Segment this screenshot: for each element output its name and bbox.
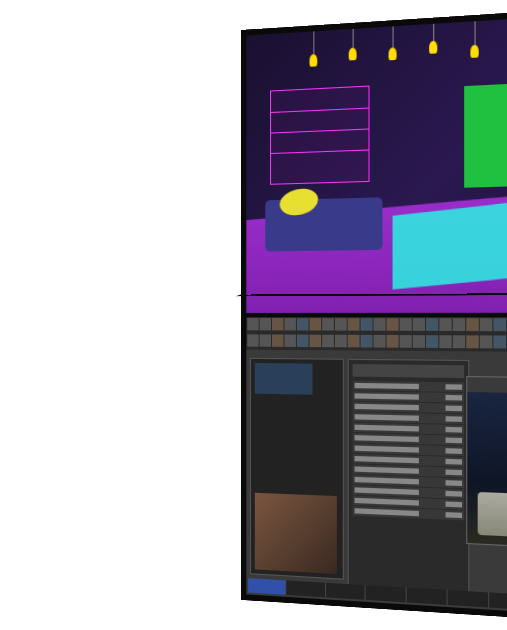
toolbar-button[interactable] xyxy=(452,318,464,331)
pendant-bulbs xyxy=(246,9,507,35)
render-setup-dialog[interactable] xyxy=(347,359,469,596)
toolbar-button[interactable] xyxy=(296,335,308,347)
3dsmax-interface xyxy=(246,317,507,621)
toolbar-button[interactable] xyxy=(347,318,359,331)
toolbar-button[interactable] xyxy=(360,335,372,348)
toolbar-button[interactable] xyxy=(373,335,385,348)
toolbar-button[interactable] xyxy=(247,334,258,346)
3d-scene xyxy=(246,9,507,313)
timeline-segment[interactable] xyxy=(325,583,365,600)
timeline-segment[interactable] xyxy=(447,590,489,608)
main-toolbar xyxy=(246,317,507,335)
toolbar-button[interactable] xyxy=(399,318,411,331)
timeline-segment[interactable] xyxy=(286,580,325,597)
dialog-title xyxy=(352,364,464,378)
toolbar-button[interactable] xyxy=(466,318,479,331)
toolbar-button[interactable] xyxy=(347,335,359,348)
material-editor-panel[interactable] xyxy=(250,358,344,580)
timeline-segment[interactable] xyxy=(248,578,286,595)
toolbar-button[interactable] xyxy=(493,335,506,348)
box-front-face xyxy=(240,2,507,628)
toolbar-button[interactable] xyxy=(452,335,464,348)
toolbar-button[interactable] xyxy=(284,318,296,330)
toolbar-button[interactable] xyxy=(259,334,270,346)
rendered-sofa xyxy=(477,492,507,541)
vray-frame-buffer[interactable] xyxy=(466,376,507,554)
toolbar-button[interactable] xyxy=(360,318,372,331)
timeline-segment[interactable] xyxy=(489,592,507,610)
toolbar-button[interactable] xyxy=(309,318,321,330)
toolbar-button[interactable] xyxy=(259,318,270,330)
wireframe-viewport xyxy=(246,9,507,313)
toolbar-button[interactable] xyxy=(412,318,424,331)
toolbar-button[interactable] xyxy=(247,318,258,330)
toolbar-button[interactable] xyxy=(466,335,479,348)
product-box-mockup: udemy xyxy=(0,0,507,630)
green-wall-panel xyxy=(464,84,507,188)
toolbar-button[interactable] xyxy=(399,335,411,348)
toolbar-button[interactable] xyxy=(296,318,308,330)
shelving-unit xyxy=(270,86,369,185)
toolbar-button[interactable] xyxy=(284,335,296,347)
toolbar-button[interactable] xyxy=(493,318,506,331)
toolbar-button[interactable] xyxy=(309,335,321,347)
material-preview-thumbnail[interactable] xyxy=(254,493,336,574)
toolbar-button[interactable] xyxy=(439,318,451,331)
toolbar-button[interactable] xyxy=(479,335,492,348)
secondary-toolbar xyxy=(246,333,507,353)
toolbar-button[interactable] xyxy=(322,335,334,348)
settings-row[interactable] xyxy=(352,381,464,392)
toolbar-button[interactable] xyxy=(425,318,437,331)
rendered-image xyxy=(467,392,507,552)
toolbar-button[interactable] xyxy=(479,318,492,331)
toolbar-button[interactable] xyxy=(386,335,398,348)
toolbar-button[interactable] xyxy=(334,335,346,348)
toolbar-button[interactable] xyxy=(412,335,424,348)
timeline-segment[interactable] xyxy=(406,588,447,605)
material-slot[interactable] xyxy=(254,363,312,395)
toolbar-button[interactable] xyxy=(334,318,346,331)
toolbar-button[interactable] xyxy=(322,318,334,330)
toolbar-button[interactable] xyxy=(373,318,385,331)
toolbar-button[interactable] xyxy=(439,335,451,348)
toolbar-button[interactable] xyxy=(425,335,437,348)
timeline-segment[interactable] xyxy=(365,585,406,602)
toolbar-button[interactable] xyxy=(386,318,398,331)
